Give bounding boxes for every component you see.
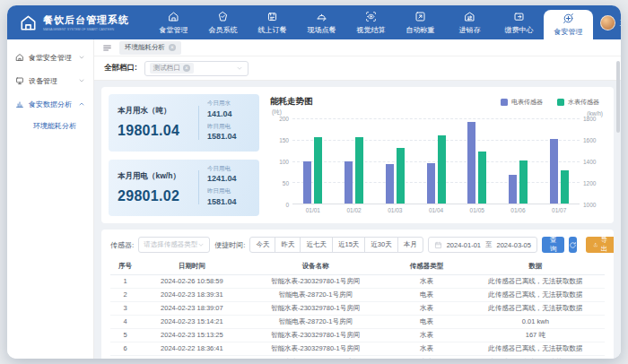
bar-group [457, 118, 498, 204]
electricity-stat-value: 29801.02 [118, 188, 196, 204]
stall-select[interactable]: 测试档口 × [144, 61, 249, 76]
bar-电表传感器[interactable] [345, 161, 353, 204]
table-cell: 此传感器已离线，无法获取数据 [467, 288, 605, 301]
table-cell: 水表 [388, 355, 467, 359]
quick-range-button[interactable]: 近30天 [364, 237, 397, 253]
avatar[interactable] [600, 15, 615, 30]
topnav-item[interactable]: 会员系统 [198, 5, 248, 39]
bar-电表传感器[interactable] [303, 161, 311, 204]
table-row[interactable]: 12024-02-26 10:58:59智能水表-230329780-1号房间水… [110, 274, 605, 288]
date-start[interactable]: 2024-01-01 [447, 241, 481, 249]
tab-list-icon[interactable] [102, 43, 112, 53]
date-range-picker[interactable]: 2024-01-01 至 2024-03-05 [428, 237, 537, 253]
legend-label: 电表传感器 [511, 98, 543, 107]
canteen-safety-icon [15, 53, 24, 62]
sidebar-item-label: 食安数据分析 [29, 100, 72, 109]
analysis-icon [15, 100, 24, 108]
topnav-item[interactable]: 视觉结算 [346, 5, 396, 39]
chevron-up-icon [78, 100, 85, 108]
stat-cards: 本月用水（吨） 19801.04 今日用水 141.04 昨日用电 1581.0… [109, 94, 259, 216]
quick-range-button[interactable]: 今天 [249, 237, 275, 253]
bar-水表传感器[interactable] [355, 137, 363, 204]
yesterday-electricity-value: 1581.04 [207, 197, 250, 206]
sensor-data-table: 序号日期时间设备名称传感器类型数据 12024-02-26 10:58:59智能… [110, 259, 605, 359]
topnav-item[interactable]: 食安管理 [544, 10, 593, 39]
legend-item[interactable]: 电表传感器 [501, 98, 543, 107]
bar-电表传感器[interactable] [509, 175, 517, 204]
bar-水表传感器[interactable] [314, 137, 322, 204]
bar-水表传感器[interactable] [561, 170, 569, 204]
topnav-item[interactable]: 现场点餐 [297, 5, 346, 39]
user-area[interactable]: 王茜茜，采购经理 ⋮ [593, 5, 621, 39]
quick-range-button[interactable]: 本月 [397, 237, 423, 253]
topnav-item[interactable]: 自动称重 [396, 5, 445, 39]
topnav-item-label: 会员系统 [209, 25, 238, 35]
topnav-item-label: 现场点餐 [308, 25, 336, 35]
table-header-cell: 数据 [467, 259, 605, 274]
inventory-icon [464, 11, 475, 22]
bar-水表传感器[interactable] [519, 160, 528, 204]
quick-range-button[interactable]: 近15天 [332, 237, 365, 253]
table-cell: 此传感器已离线，无法获取数据 [467, 274, 605, 288]
scrollbar[interactable] [616, 59, 620, 355]
x-axis-label: 01/01 [292, 204, 334, 214]
legend-label: 水表传感器 [568, 98, 599, 107]
sidebar-subitem[interactable]: 环境能耗分析 [7, 116, 93, 135]
table-cell: 智能水表-230329780-1号房间 [244, 342, 388, 355]
scrollbar-thumb[interactable] [616, 61, 620, 133]
date-end[interactable]: 2024-03-05 [497, 241, 531, 249]
bar-电表传感器[interactable] [427, 163, 435, 204]
tab-label: 环境能耗分析 [125, 43, 165, 52]
water-stat-card: 本月用水（吨） 19801.04 今日用水 141.04 昨日用电 1581.0… [109, 94, 259, 152]
vision-checkout-icon [365, 11, 377, 22]
table-cell: 智能电表-28720-1号房间 [244, 315, 388, 328]
table-cell: 电表 [388, 288, 467, 301]
sidebar-item[interactable]: 设备管理 [7, 69, 93, 92]
left-axis-tick: 0 [285, 202, 289, 208]
bar-水表传感器[interactable] [478, 152, 486, 204]
chevron-down-icon [78, 77, 85, 84]
table-row[interactable]: 22024-02-23 18:39:31智能电表-28720-1号房间电表此传感… [110, 288, 605, 301]
water-stat-title: 本月用水（吨） [118, 106, 196, 117]
stall-tag-close-icon[interactable]: × [183, 65, 190, 72]
bar-水表传感器[interactable] [438, 135, 446, 204]
topnav-item[interactable]: 进销存 [445, 5, 494, 39]
table-row[interactable]: 52024-02-23 15:13:25智能水表-230329780-1号房间水… [110, 328, 605, 342]
bar-水表传感器[interactable] [397, 148, 405, 204]
topnav-item[interactable]: 食堂管理 [149, 5, 198, 39]
topnav-item[interactable]: 缴费中心 [494, 5, 544, 39]
chart-title: 能耗走势图 [270, 96, 313, 108]
search-button[interactable]: 查询 [542, 237, 565, 253]
legend-item[interactable]: 水表传感器 [557, 98, 599, 107]
sidebar-item[interactable]: 食安数据分析 [7, 92, 93, 116]
sidebar-item[interactable]: 食堂安全管理 [7, 46, 93, 69]
right-axis-tick: 1200 [583, 180, 596, 186]
refresh-button[interactable] [569, 237, 577, 253]
table-cell: 此传感器已离线，无法获取数据 [467, 342, 605, 355]
export-button[interactable]: 导出 [586, 237, 614, 253]
sensor-type-select[interactable]: 请选择传感器类型 [138, 237, 210, 253]
table-cell: 2024-02-23 15:13:25 [140, 328, 244, 342]
app-subtitle: MANAGEMENT SYSTEM OF SMART CANTEEN [43, 27, 114, 30]
table-row[interactable]: 42024-02-23 15:14:21智能电表-28720-1号房间电表0.0… [110, 315, 605, 328]
today-electricity-label: 今日用电 [207, 165, 250, 173]
user-name: 王茜茜，采购经理 [620, 18, 621, 28]
table-body: 12024-02-26 10:58:59智能水表-230329780-1号房间水… [110, 274, 605, 359]
quick-range-button[interactable]: 昨天 [275, 237, 301, 253]
topnav-item[interactable]: 线上订餐 [248, 5, 297, 39]
table-row[interactable]: 62024-02-22 18:36:41智能水表-230329780-1号房间水… [110, 342, 605, 355]
tab-environment-energy[interactable]: 环境能耗分析 × [119, 41, 181, 55]
bar-电表传感器[interactable] [550, 139, 558, 204]
app-logo: 餐饮后台管理系统 MANAGEMENT SYSTEM OF SMART CANT… [7, 5, 149, 39]
stall-filter-bar: 全部档口: 测试档口 × [94, 56, 621, 81]
table-row[interactable]: 72024-02-22 18:36:41智能水表-230329780-1号房间水… [110, 355, 605, 359]
table-cell: 1 [110, 274, 140, 288]
table-cell: 0.01 kwh [467, 315, 605, 328]
bar-电表传感器[interactable] [467, 122, 475, 204]
table-row[interactable]: 32024-02-23 18:39:07智能水表-230329780-1号房间水… [110, 301, 605, 315]
sidebar-item-label: 食堂安全管理 [29, 53, 72, 63]
sidebar-item-label: 设备管理 [29, 76, 57, 86]
bar-电表传感器[interactable] [386, 164, 394, 204]
tab-close-icon[interactable]: × [169, 44, 176, 51]
quick-range-button[interactable]: 近七天 [300, 237, 333, 253]
